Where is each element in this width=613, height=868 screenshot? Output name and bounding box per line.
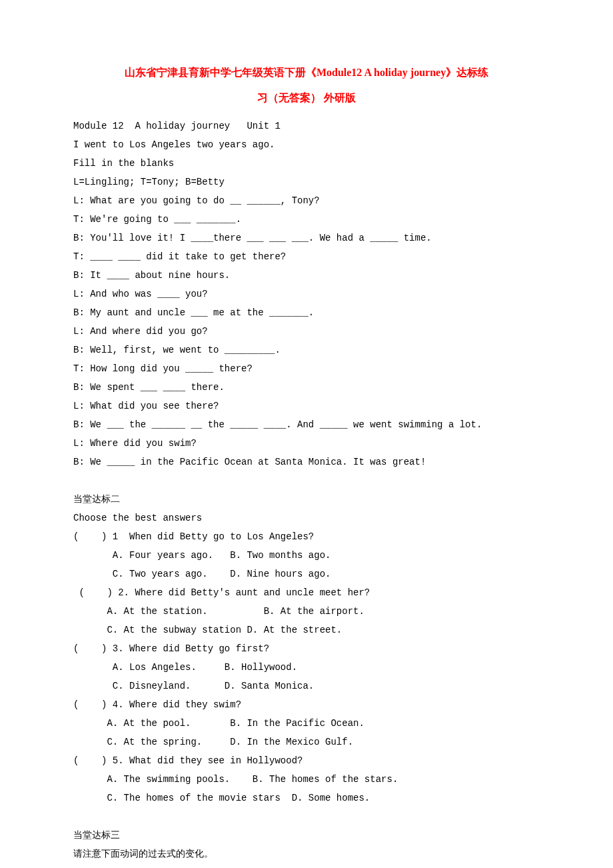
intro-legend: L=Lingling; T=Tony; B=Betty bbox=[73, 173, 540, 191]
verb-see: see bbox=[402, 863, 418, 868]
section2-subtitle: Choose the best answers bbox=[73, 509, 540, 527]
dialogue-line: T: We're going to ___ _______. bbox=[73, 210, 540, 229]
body-content: Module 12 A holiday journey Unit 1 I wen… bbox=[73, 117, 540, 868]
title-line-2: 习（无答案） 外研版 bbox=[73, 85, 540, 111]
section2-heading: 当堂达标二 bbox=[73, 490, 540, 509]
question-1: ( ) 1 When did Betty go to Los Angeles? bbox=[73, 527, 540, 546]
dialogue-line: B: We _____ in the Pacific Ocean at Sant… bbox=[73, 453, 540, 471]
dialogue-line: L: What did you see there? bbox=[73, 397, 540, 415]
question-5: ( ) 5. What did they see in Hollywood? bbox=[73, 751, 540, 770]
question-1-options-cd: C. Two years ago. D. Nine hours ago. bbox=[73, 565, 540, 583]
dialogue-line: L: Where did you swim? bbox=[73, 434, 540, 453]
question-3: ( ) 3. Where did Betty go first? bbox=[73, 639, 540, 658]
verb-get: get bbox=[259, 863, 275, 868]
dialogue-line: T: ____ ____ did it take to get there? bbox=[73, 247, 540, 266]
section3-heading: 当堂达标三 bbox=[73, 826, 540, 845]
dialogue-line: L: What are you going to do __ ______, T… bbox=[73, 191, 540, 210]
question-2-options-ab: A. At the station. B. At the airport. bbox=[73, 602, 540, 621]
dialogue-line: L: And where did you go? bbox=[73, 322, 540, 341]
question-2: ( ) 2. Where did Betty's aunt and uncle … bbox=[73, 583, 540, 602]
intro-instruction: Fill in the blanks bbox=[73, 154, 540, 173]
question-5-options-cd: C. The homes of the movie stars D. Some … bbox=[73, 789, 540, 807]
dialogue-line: B: We ___ the ______ __ the _____ ____. … bbox=[73, 415, 540, 434]
verb-meet: meet bbox=[301, 863, 323, 868]
intro-module: Module 12 A holiday journey Unit 1 bbox=[73, 117, 540, 135]
verb-spend: spend bbox=[348, 863, 376, 868]
dialogue-line: T: How long did you _____ there? bbox=[73, 359, 540, 378]
dialogue-line: L: And who was ____ you? bbox=[73, 285, 540, 303]
section3-subtitle: 请注意下面动词的过去式的变化。 bbox=[73, 845, 540, 863]
question-2-options-cd: C. At the subway station D. At the stree… bbox=[73, 621, 540, 639]
verb-take: take bbox=[211, 863, 233, 868]
question-5-options-ab: A. The swimming pools. B. The homes of t… bbox=[73, 770, 540, 789]
title-line-1: 山东省宁津县育新中学七年级英语下册《Module12 A holiday jou… bbox=[73, 60, 540, 85]
dialogue-line: B: Well, first, we went to _________. bbox=[73, 341, 540, 359]
dialogue-line: B: It ____ about nine hours. bbox=[73, 266, 540, 285]
question-4-options-ab: A. At the pool. B. In the Pacific Ocean. bbox=[73, 714, 540, 733]
verb-go: Go bbox=[73, 863, 85, 868]
intro-sentence: I went to Los Angeles two years ago. bbox=[73, 135, 540, 154]
verb-have: have bbox=[110, 863, 133, 868]
verb-list: Go have leave take get meet spend see sw… bbox=[73, 863, 540, 868]
blank-line bbox=[73, 471, 540, 490]
dialogue-line: B: You'll love it! I ____there ___ ___ _… bbox=[73, 229, 540, 247]
question-3-options-cd: C. Disneyland. D. Santa Monica. bbox=[73, 677, 540, 695]
question-1-options-ab: A. Four years ago. B. Two months ago. bbox=[73, 546, 540, 565]
dialogue-line: B: My aunt and uncle ___ me at the _____… bbox=[73, 303, 540, 322]
verb-leave: leave bbox=[157, 863, 185, 868]
verb-swim: swim bbox=[444, 863, 466, 868]
question-4-options-cd: C. At the spring. D. In the Mexico Gulf. bbox=[73, 733, 540, 751]
dialogue-line: B: We spent ___ ____ there. bbox=[73, 378, 540, 397]
blank-line bbox=[73, 807, 540, 826]
question-3-options-ab: A. Los Angeles. B. Hollywood. bbox=[73, 658, 540, 677]
question-4: ( ) 4. Where did they swim? bbox=[73, 695, 540, 714]
